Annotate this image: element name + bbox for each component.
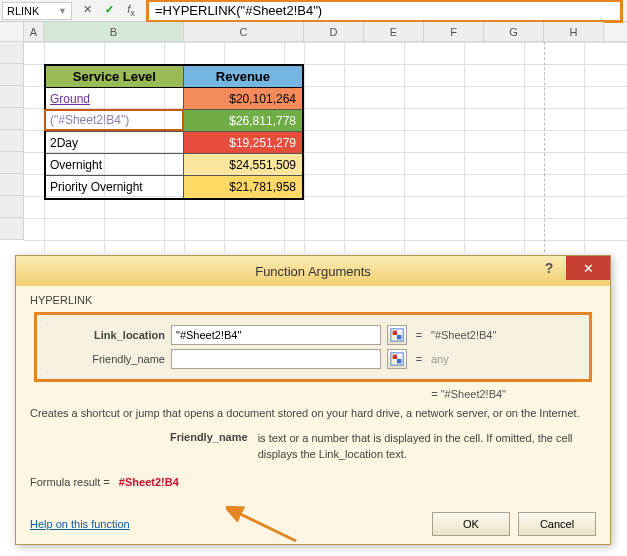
col-header-b[interactable]: B: [44, 22, 184, 41]
header-service-level[interactable]: Service Level: [46, 66, 184, 88]
dialog-body: HYPERLINK Link_location = "#Sheet2!B4" F…: [16, 286, 610, 544]
active-cell-editing[interactable]: ("#Sheet2!B4"): [44, 109, 184, 131]
fx-icon[interactable]: fx: [124, 3, 138, 18]
function-description: Creates a shortcut or jump that opens a …: [30, 406, 596, 421]
svg-rect-4: [393, 355, 397, 359]
chevron-down-icon[interactable]: ▼: [58, 2, 67, 20]
cell-revenue[interactable]: $21,781,958: [184, 176, 302, 198]
table-header-row: Service Level Revenue: [46, 66, 302, 88]
equals-sign: =: [413, 329, 425, 341]
help-icon[interactable]: ?: [532, 256, 566, 280]
formula-result-value: #Sheet2!B4: [119, 476, 179, 488]
row-headers: [0, 42, 24, 252]
dialog-title: Function Arguments: [255, 264, 371, 279]
formula-result-line: Formula result = #Sheet2!B4: [30, 476, 596, 488]
arg-label: Link_location: [47, 329, 165, 341]
formula-input[interactable]: =HYPERLINK("#Sheet2!B4"): [155, 3, 322, 18]
col-header-h[interactable]: H: [544, 22, 604, 41]
dialog-window-controls: ? ✕: [532, 256, 610, 280]
cell-service[interactable]: Priority Overnight: [46, 176, 184, 198]
worksheet-grid: Service Level Revenue Ground $20,101,264…: [0, 42, 627, 252]
table-row: 2Day $19,251,279: [46, 132, 302, 154]
dialog-buttons: OK Cancel: [432, 512, 596, 536]
link-location-input[interactable]: [171, 325, 381, 345]
column-headers: A B C D E F G H: [0, 22, 627, 42]
table-row: Ground $20,101,264: [46, 88, 302, 110]
col-header-e[interactable]: E: [364, 22, 424, 41]
arg-label: Friendly_name: [47, 353, 165, 365]
ok-button[interactable]: OK: [432, 512, 510, 536]
function-arguments-dialog: Function Arguments ? ✕ HYPERLINK Link_lo…: [15, 255, 611, 545]
row-header[interactable]: [0, 64, 24, 86]
svg-rect-5: [397, 359, 401, 363]
cell-revenue[interactable]: $19,251,279: [184, 132, 302, 153]
table-row: ("#Sheet2!B4") $26,811,778: [46, 110, 302, 132]
row-header[interactable]: [0, 86, 24, 108]
param-name: Friendly_name: [170, 431, 248, 462]
name-box[interactable]: RLINK ▼: [2, 2, 72, 20]
gridline: [304, 42, 305, 252]
table-body: Ground $20,101,264 ("#Sheet2!B4") $26,81…: [46, 88, 302, 198]
formula-input-highlight: =HYPERLINK("#Sheet2!B4"): [146, 0, 623, 23]
friendly-name-input[interactable]: [171, 349, 381, 369]
formula-preview: = "#Sheet2!B4": [30, 388, 596, 400]
cell-service[interactable]: Overnight: [46, 154, 184, 175]
dialog-footer: Help on this function OK Cancel: [30, 512, 596, 536]
cell-service[interactable]: Ground: [46, 88, 184, 109]
arg-result-value: any: [431, 353, 449, 365]
page-break-line: [544, 42, 545, 252]
equals-sign: =: [413, 353, 425, 365]
cell-revenue[interactable]: $20,101,264: [184, 88, 302, 109]
cell-revenue[interactable]: $26,811,778: [184, 110, 302, 131]
data-table: Service Level Revenue Ground $20,101,264…: [44, 64, 304, 200]
formula-bar-buttons: ✕ ✓ fx: [80, 3, 138, 18]
formula-bar: RLINK ▼ ✕ ✓ fx =HYPERLINK("#Sheet2!B4"): [0, 0, 627, 22]
row-header[interactable]: [0, 218, 24, 240]
row-header[interactable]: [0, 130, 24, 152]
col-header-f[interactable]: F: [424, 22, 484, 41]
table-row: Overnight $24,551,509: [46, 154, 302, 176]
col-header-d[interactable]: D: [304, 22, 364, 41]
cancel-icon[interactable]: ✕: [80, 3, 94, 18]
svg-rect-2: [397, 335, 401, 339]
arg-row-link-location: Link_location = "#Sheet2!B4": [47, 323, 579, 347]
col-header-a[interactable]: A: [24, 22, 44, 41]
row-header[interactable]: [0, 108, 24, 130]
arguments-panel: Link_location = "#Sheet2!B4" Friendly_na…: [34, 312, 592, 382]
range-select-icon[interactable]: [387, 325, 407, 345]
formula-result-label: Formula result =: [30, 476, 110, 488]
arg-result-value: "#Sheet2!B4": [431, 329, 496, 341]
cells-area[interactable]: Service Level Revenue Ground $20,101,264…: [24, 42, 627, 252]
svg-rect-1: [393, 331, 397, 335]
row-header[interactable]: [0, 196, 24, 218]
col-header-c[interactable]: C: [184, 22, 304, 41]
hyperlink-text[interactable]: Ground: [50, 92, 90, 106]
row-header[interactable]: [0, 42, 24, 64]
col-header-g[interactable]: G: [484, 22, 544, 41]
select-all-corner[interactable]: [0, 22, 24, 41]
close-icon[interactable]: ✕: [566, 256, 610, 280]
cell-revenue[interactable]: $24,551,509: [184, 154, 302, 175]
function-name-label: HYPERLINK: [30, 294, 596, 306]
help-link[interactable]: Help on this function: [30, 518, 130, 530]
param-description: Friendly_name is text or a number that i…: [30, 431, 596, 462]
table-row: Priority Overnight $21,781,958: [46, 176, 302, 198]
header-revenue[interactable]: Revenue: [184, 66, 302, 88]
dialog-titlebar[interactable]: Function Arguments ? ✕: [16, 256, 610, 286]
cell-service[interactable]: 2Day: [46, 132, 184, 153]
name-box-value: RLINK: [7, 2, 39, 20]
row-header[interactable]: [0, 152, 24, 174]
enter-icon[interactable]: ✓: [102, 3, 116, 18]
arg-row-friendly-name: Friendly_name = any: [47, 347, 579, 371]
param-text: is text or a number that is displayed in…: [258, 431, 596, 462]
cancel-button[interactable]: Cancel: [518, 512, 596, 536]
row-header[interactable]: [0, 174, 24, 196]
range-select-icon[interactable]: [387, 349, 407, 369]
